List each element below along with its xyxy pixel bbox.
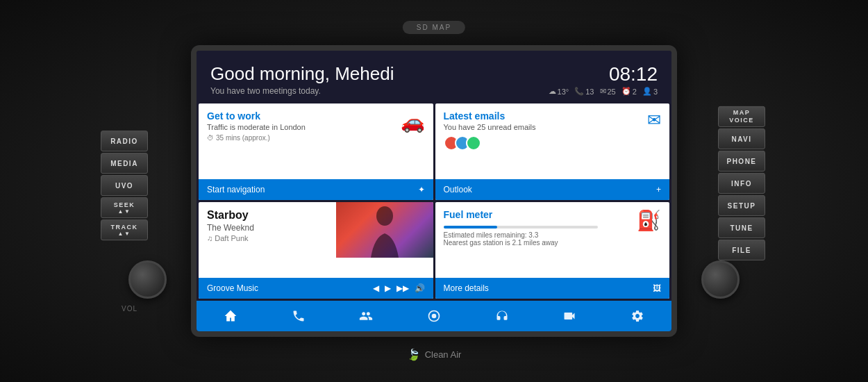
volume-icon[interactable]: 🔊 <box>415 283 425 293</box>
bottom-nav <box>197 301 671 331</box>
leaf-icon: 🍃 <box>407 348 421 361</box>
car-frame: SD MAP RADIO MEDIA UVO SEEK ▲▼ TRACK ▲▼ … <box>0 0 868 382</box>
fuel-card-info: Fuel meter Estimated miles remaining: 3.… <box>444 209 637 247</box>
setup-button[interactable]: SETUP <box>718 195 765 216</box>
email-card-info: Latest emails You have 25 unread emails <box>444 110 536 151</box>
fuel-progress-fill <box>444 226 498 229</box>
email-status: ✉ 25 <box>600 87 616 96</box>
music-info: Starboy The Weeknd ♫ Daft Punk <box>199 202 262 278</box>
nav-cortana-button[interactable] <box>420 302 448 330</box>
music-controls: ◀ ▶ ▶▶ 🔊 <box>373 283 425 293</box>
fuel-detail-1: Estimated miles remaining: 3.3 Nearest g… <box>444 231 637 247</box>
file-button[interactable]: FILE <box>718 240 765 260</box>
time-display: 08:12 <box>549 63 658 85</box>
cortana-icon <box>427 309 441 323</box>
email-icon: ✉ <box>600 87 606 96</box>
status-section: 08:12 ☁ 13° 📞 13 ✉ 25 <box>549 63 658 96</box>
tune-button[interactable]: TUNE <box>718 217 765 238</box>
email-envelope-icon: ✉ <box>647 110 661 130</box>
music-btn-label: Groove Music <box>207 283 258 293</box>
cloud-icon: ☁ <box>549 87 556 96</box>
nav-music-button[interactable] <box>488 302 516 330</box>
fuel-card-top: Fuel meter Estimated miles remaining: 3.… <box>435 202 670 278</box>
start-navigation-button[interactable]: Start navigation ✦ <box>199 179 433 200</box>
fuel-progress-bar <box>444 226 599 229</box>
phone-icon: 📞 <box>574 87 584 96</box>
info-button[interactable]: INFO <box>718 173 765 194</box>
clock-icon: ⏰ <box>621 87 631 96</box>
email-btn-label: Outlook <box>444 185 472 194</box>
music-artist: The Weeknd <box>207 223 254 233</box>
next-icon[interactable]: ▶▶ <box>397 283 409 293</box>
music-card-content: Starboy The Weeknd ♫ Daft Punk <box>199 202 433 278</box>
fuel-image-icon: 🖼 <box>653 283 661 293</box>
media-button[interactable]: MEDIA <box>101 153 148 174</box>
fuel-card: Fuel meter Estimated miles remaining: 3.… <box>435 202 670 299</box>
more-details-button[interactable]: More details 🖼 <box>435 278 670 299</box>
video-icon <box>562 309 576 323</box>
person-icon: 👤 <box>642 87 652 96</box>
nav-arrow-icon: ✦ <box>418 185 425 194</box>
nav-card-info: Get to work Traffic is moderate in Londo… <box>207 110 306 142</box>
emails-value: 25 <box>608 88 616 96</box>
cards-grid: Get to work Traffic is moderate in Londo… <box>197 101 671 301</box>
nav-btn-label: Start navigation <box>207 185 265 194</box>
greeting-subtitle: You have two meetings today. <box>210 86 394 96</box>
notif1-status: ⏰ 2 <box>621 87 637 96</box>
home-icon <box>224 309 237 323</box>
greeting-section: Good morning, Mehedi You have two meetin… <box>210 63 394 96</box>
nav-home-button[interactable] <box>217 302 244 330</box>
map-voice-button[interactable]: MAPVOICE <box>718 106 765 127</box>
email-card-title: Latest emails <box>444 110 536 122</box>
email-card: Latest emails You have 25 unread emails … <box>435 103 670 200</box>
track-arrow-icon: ▲▼ <box>118 231 131 237</box>
outlook-button[interactable]: Outlook + <box>435 179 670 200</box>
calls-value: 13 <box>585 88 594 96</box>
uvo-button[interactable]: UVO <box>101 175 148 196</box>
nav-card-top: Get to work Traffic is moderate in Londo… <box>199 103 433 179</box>
greeting-title: Good morning, Mehedi <box>210 63 394 85</box>
screen-bezel: Good morning, Mehedi You have two meetin… <box>191 45 677 337</box>
volume-knob[interactable] <box>128 260 167 299</box>
tune-knob[interactable] <box>701 260 740 299</box>
track-button[interactable]: TRACK ▲▼ <box>101 219 148 240</box>
email-avatars <box>444 135 536 151</box>
status-icons: ☁ 13° 📞 13 ✉ 25 ⏰ 2 <box>549 87 658 96</box>
nav-card-title: Get to work <box>207 110 306 122</box>
nav-phone-button[interactable] <box>285 302 312 330</box>
nav-settings-button[interactable] <box>624 302 651 330</box>
seek-arrow-icon: ▲▼ <box>118 208 131 215</box>
main-screen: Good morning, Mehedi You have two meetin… <box>197 51 671 331</box>
avatar-3 <box>466 135 481 151</box>
notif2-value: 3 <box>653 88 658 96</box>
bottom-brand: 🍃 Clean Air <box>407 348 462 361</box>
notif2-status: 👤 3 <box>642 87 658 96</box>
nav-time-value: 35 mins (approx.) <box>216 134 270 142</box>
music-song-title: Starboy <box>207 209 254 222</box>
fuel-pump-icon: ⛽ <box>637 209 661 232</box>
brand-label: Clean Air <box>425 349 462 360</box>
nav-car-icon: 🚗 <box>401 110 425 133</box>
left-controls: RADIO MEDIA UVO SEEK ▲▼ TRACK ▲▼ <box>101 131 148 240</box>
play-icon[interactable]: ▶ <box>385 283 391 293</box>
settings-icon <box>631 309 644 323</box>
nav-video-button[interactable] <box>556 302 583 330</box>
groove-music-button[interactable]: Groove Music ◀ ▶ ▶▶ 🔊 <box>199 278 433 299</box>
music-producer: ♫ Daft Punk <box>207 234 254 242</box>
artist-silhouette <box>364 202 406 258</box>
navigation-card: Get to work Traffic is moderate in Londo… <box>199 103 433 200</box>
nav-contacts-button[interactable] <box>352 302 380 330</box>
fuel-btn-label: More details <box>444 283 489 293</box>
seek-button[interactable]: SEEK ▲▼ <box>101 197 148 218</box>
navi-button[interactable]: NAVI <box>718 128 765 149</box>
radio-button[interactable]: RADIO <box>101 131 148 151</box>
headphones-icon <box>495 309 509 323</box>
nav-card-time: ⏱ 35 mins (approx.) <box>207 134 306 142</box>
weather-status: ☁ 13° <box>549 87 569 96</box>
clock-small-icon: ⏱ <box>207 134 214 142</box>
contacts-icon <box>359 309 373 323</box>
right-controls: MAPVOICE NAVI PHONE INFO SETUP TUNE FILE <box>718 106 765 260</box>
fuel-station: Nearest gas station is 2.1 miles away <box>444 239 637 247</box>
phone-button[interactable]: PHONE <box>718 151 765 172</box>
prev-icon[interactable]: ◀ <box>373 283 379 293</box>
